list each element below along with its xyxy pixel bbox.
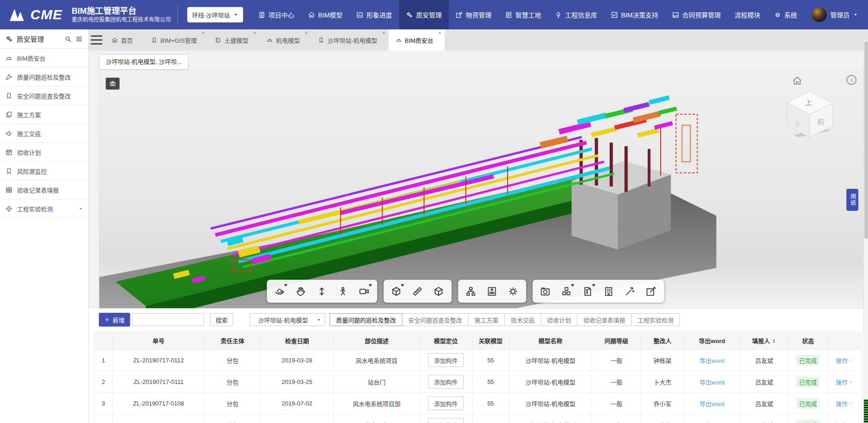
- nav-item-quality-safety[interactable]: 质安管理: [399, 0, 449, 29]
- filter-tab-quality-inspection[interactable]: 质量问题的巡检及整改: [330, 313, 402, 326]
- export-word-link[interactable]: 导出word: [700, 379, 725, 386]
- sidebar-toggle-icon[interactable]: [89, 29, 104, 51]
- export-word-link[interactable]: 导出word: [700, 357, 725, 364]
- viewpoints-button[interactable]: [556, 281, 577, 301]
- action-menu-link[interactable]: 操作: [836, 356, 853, 365]
- settings-button[interactable]: [503, 281, 524, 301]
- project-selector[interactable]: 环线-沙坪坝站: [187, 7, 243, 23]
- filter-tab-acceptance-record[interactable]: 验收记录表填报: [577, 313, 632, 326]
- sidebar-item-risk-monitor[interactable]: 风险源监控: [0, 162, 88, 180]
- issues-table-wrap: 单号责任主体检查日期部位描述模型定位关联模型模型名称问题等级整改人导出word填…: [94, 332, 862, 423]
- cell-model-id-text: 55: [487, 357, 494, 364]
- info-icon[interactable]: i: [846, 75, 857, 85]
- sidebar-item-quality-inspection[interactable]: 质量问题巡检及整改: [0, 68, 88, 86]
- top-navbar: CME BIM施工管理平台 重庆机电控股集团机电工程技术有限公司 环线-沙坪坝站…: [0, 0, 868, 29]
- tab-bim-qa-board[interactable]: BIM质安台✕: [388, 29, 445, 51]
- nav-item-contract-budget[interactable]: 合同预算管理: [665, 0, 728, 29]
- user-menu[interactable]: 管理员: [807, 7, 868, 22]
- search-input[interactable]: [132, 313, 204, 326]
- add-component-button[interactable]: 添加构件: [428, 396, 464, 410]
- filter-tab-construction-plan[interactable]: 施工方案: [468, 313, 505, 326]
- action-menu-link[interactable]: 操作: [836, 378, 853, 386]
- sidebar-item-bim-qa-board[interactable]: BIM质安台: [0, 49, 88, 68]
- page-scrollbar[interactable]: [863, 40, 868, 423]
- sidebar-item-construction-plan[interactable]: 施工方案: [0, 105, 88, 124]
- nav-item-bim-decision[interactable]: BIM决策支持: [604, 0, 665, 29]
- search-button[interactable]: 搜索: [210, 313, 233, 326]
- add-component-button[interactable]: 添加构件: [428, 353, 464, 367]
- status-badge: 已完成: [796, 377, 820, 387]
- close-icon[interactable]: ✕: [382, 31, 386, 35]
- explode-button[interactable]: [428, 281, 449, 301]
- col-header-label: 填报人: [752, 338, 770, 344]
- sort-icon[interactable]: [771, 338, 777, 344]
- model-select[interactable]: 沙坪坝站-机电模型: [250, 313, 325, 326]
- search-icon[interactable]: [64, 35, 72, 43]
- nav-item-label: 物资管理: [466, 10, 491, 19]
- storeys-button[interactable]: [598, 281, 619, 301]
- cell-owner: 分包: [205, 350, 260, 371]
- copy-icon: [6, 111, 12, 118]
- video-button[interactable]: [354, 281, 375, 301]
- cell-fixer: 乔小军: [641, 393, 684, 414]
- tab-bim-gis[interactable]: BIM+GIS管理✕: [144, 29, 208, 51]
- filter-tab-engineering-test[interactable]: 工程实验检测: [631, 313, 680, 326]
- filter-tab-acceptance-plan[interactable]: 验收计划: [541, 313, 577, 326]
- close-icon[interactable]: ✕: [253, 31, 257, 35]
- close-icon[interactable]: ✕: [438, 31, 442, 35]
- tab-home[interactable]: 首页: [104, 29, 144, 51]
- sidebar-item-acceptance-record[interactable]: 验收记录表填报: [0, 180, 88, 199]
- orbit-button[interactable]: [269, 281, 290, 301]
- filter-tab-tech-disclosure[interactable]: 技术交底: [504, 313, 541, 326]
- section-button[interactable]: [386, 281, 407, 301]
- export-word-link[interactable]: 导出word: [700, 400, 725, 407]
- walk-button[interactable]: [332, 281, 354, 301]
- drawing-sheet-button[interactable]: 图纸: [846, 189, 858, 211]
- nav-item-process-module[interactable]: 流程模块: [728, 0, 767, 29]
- nav-item-info-library[interactable]: 工程信息库: [548, 0, 604, 29]
- zoom-vertical-button[interactable]: [311, 281, 332, 301]
- close-icon[interactable]: ✕: [305, 31, 308, 35]
- annotate-button[interactable]: [640, 281, 662, 301]
- tab-shapingba-mep[interactable]: 沙坪坝站-机电模型✕: [311, 29, 388, 51]
- viewpoints-icon: [561, 286, 571, 297]
- menu-icon[interactable]: [75, 35, 83, 43]
- nav-item-project-center[interactable]: 项目中心: [251, 0, 301, 29]
- cell-order-no-text: ZL-20190717-0112: [133, 357, 184, 364]
- nav-item-smart-site[interactable]: 智慧工地: [498, 0, 548, 29]
- cell-fixer-text: 乔小军: [654, 400, 672, 407]
- nav-item-system[interactable]: 系统: [767, 0, 804, 29]
- filter-tab-safety-inspection[interactable]: 安全问题巡查及整改: [402, 313, 468, 326]
- properties-button[interactable]: [481, 281, 503, 301]
- sidebar-item-engineering-test[interactable]: 工程实验检测: [0, 199, 88, 218]
- bulb-icon: [555, 11, 562, 18]
- chevron-down-icon: [849, 380, 853, 384]
- cell-reporter: 吕友斌: [740, 371, 789, 393]
- document-button[interactable]: [577, 281, 598, 301]
- magic-wand-button[interactable]: [619, 281, 640, 301]
- sidebar-item-safety-inspection[interactable]: 安全问题巡查及整改: [0, 86, 88, 105]
- cell-date-text: 2019-07-02: [282, 400, 313, 407]
- tab-mep-model[interactable]: 机电模型✕: [259, 29, 311, 51]
- nav-item-materials[interactable]: 物资管理: [449, 0, 498, 29]
- model-tree-button[interactable]: [460, 281, 481, 301]
- pan-button[interactable]: [290, 281, 311, 301]
- snapshot-button[interactable]: [535, 281, 556, 301]
- action-menu-link[interactable]: 操作: [836, 399, 853, 408]
- nav-item-bim-model[interactable]: BIM模型: [301, 0, 349, 29]
- close-icon[interactable]: ✕: [202, 31, 206, 35]
- view-navigation-cube[interactable]: 上 前 左: [777, 83, 841, 143]
- nav-item-visual-progress[interactable]: 形象进度: [349, 0, 399, 29]
- storeys-icon: [603, 286, 614, 297]
- screenshot-button[interactable]: [106, 78, 120, 90]
- measure-button[interactable]: [407, 281, 428, 301]
- add-component-button[interactable]: 添加构件: [428, 418, 464, 423]
- tab-civil-model[interactable]: 土建模型✕: [208, 29, 259, 51]
- add-button[interactable]: 新增: [99, 313, 130, 327]
- bim-3d-viewer[interactable]: i 上 前 左 图纸: [99, 70, 863, 309]
- sidebar-item-construction-disclosure[interactable]: 施工交底: [0, 124, 88, 143]
- scrollbar-thumb[interactable]: [864, 41, 868, 239]
- add-component-button[interactable]: 添加构件: [428, 375, 464, 389]
- sidebar-item-acceptance-plan[interactable]: 验收计划: [0, 143, 88, 162]
- action-menu-link[interactable]: 操作: [836, 421, 853, 423]
